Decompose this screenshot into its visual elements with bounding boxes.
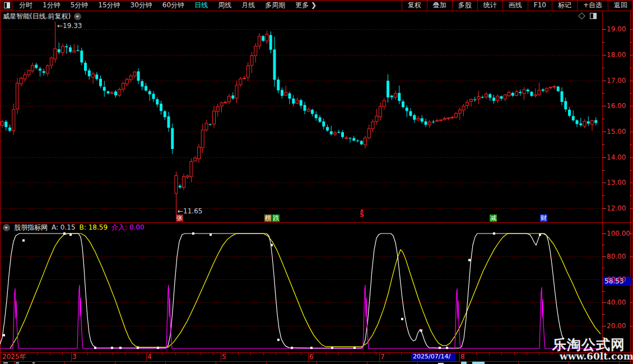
indicator-plot <box>0 232 602 349</box>
crosshair-date-badge: 2025/07/14/— <box>411 353 455 361</box>
toolbar-period-10[interactable]: 多周期 <box>260 0 290 11</box>
toolbar-period-4[interactable]: 15分钟 <box>93 0 125 11</box>
candlestick-plot <box>1 22 598 218</box>
indicator-axis-label: 100.00 <box>607 230 631 238</box>
toolbar-action-1[interactable]: 复权 <box>402 1 427 10</box>
split-layout-icon <box>4 2 10 8</box>
time-axis-label: 5 <box>222 353 226 361</box>
toolbar-period-group: 分时1分钟5分钟15分钟30分钟60分钟日线周线月线多周期更多 ❯ <box>0 0 322 11</box>
price-axis-label: 12.00 <box>607 204 631 213</box>
price-axis-label: 13.00 <box>607 179 631 187</box>
toolbar-period-3[interactable]: 5分钟 <box>66 0 94 11</box>
price-axis-label: 16.00 <box>607 102 631 110</box>
watermark-url: www.60lt.com <box>560 351 633 362</box>
toolbar-period-2[interactable]: 1分钟 <box>38 0 66 11</box>
toolbar-action-8[interactable]: +自选 <box>577 1 608 10</box>
indicator-axis-label: 20.00 <box>607 322 631 330</box>
chevron-down-icon[interactable] <box>3 224 10 231</box>
toolbar-action-3[interactable]: 多股 <box>452 1 477 10</box>
layout-toggle-button[interactable] <box>2 1 12 10</box>
toolbar-action-5[interactable]: 画线 <box>502 1 528 10</box>
indicator-axis-label: 40.00 <box>607 298 631 307</box>
chevron-down-icon[interactable] <box>74 13 81 20</box>
toolbar-period-1[interactable]: 分时 <box>14 0 38 11</box>
price-axis-label: 18.00 <box>607 51 631 59</box>
signal-tag: 榜 <box>264 214 272 222</box>
time-axis-label: 7 <box>380 353 385 361</box>
indicator-header: 股朋指标网 A: 0.15 B: 18.59 介入: 0.00 <box>0 223 145 232</box>
signal-tag: 跌 <box>272 214 280 222</box>
indicator-axis-label: 60.00 <box>607 276 631 284</box>
toolbar-action-2[interactable]: 叠加 <box>427 1 452 10</box>
price-axis-label: 19.00 <box>607 25 631 34</box>
indicator-value-entry: 介入: 0.00 <box>111 223 145 232</box>
toolbar: 分时1分钟5分钟15分钟30分钟60分钟日线周线月线多周期更多 ❯ 复权叠加多股… <box>0 0 633 11</box>
titlebar-icons <box>579 13 597 19</box>
high-annotation: ←19.33 <box>57 22 82 30</box>
toolbar-period-6[interactable]: 60分钟 <box>157 0 189 11</box>
toolbar-period-9[interactable]: 月线 <box>236 0 260 11</box>
indicator-axis-label: 80.00 <box>607 253 631 261</box>
toolbar-period-7[interactable]: 日线 <box>189 0 213 11</box>
app-window: 分时1分钟5分钟15分钟30分钟60分钟日线周线月线多周期更多 ❯ 复权叠加多股… <box>0 0 633 364</box>
time-axis-label: 2025年 <box>2 353 26 361</box>
toolbar-action-4[interactable]: 统计 <box>477 1 502 10</box>
panel-icon[interactable] <box>590 13 597 19</box>
time-axis-label: 3 <box>72 353 77 361</box>
indicator-value-a: A: 0.15 <box>52 223 76 232</box>
toolbar-action-9[interactable]: 返回 <box>608 1 633 10</box>
toolbar-action-7[interactable]: 标记 <box>552 1 577 10</box>
toolbar-action-6[interactable]: F10 <box>528 1 552 10</box>
signal-tag: 财 <box>540 214 547 222</box>
price-axis-label: 17.00 <box>607 77 631 85</box>
signal-tag: 张 <box>176 214 183 222</box>
sell-signal-marker: S <box>358 209 366 218</box>
toolbar-period-8[interactable]: 周线 <box>213 0 236 11</box>
time-axis-label: 6 <box>309 353 314 361</box>
toolbar-period-11[interactable]: 更多 ❯ <box>290 0 322 11</box>
price-axis-label: 14.00 <box>607 153 631 162</box>
indicator-name: 股朋指标网 <box>14 223 48 232</box>
chart-titlebar: 威星智能(日线.前复权) <box>0 12 602 21</box>
signal-tag: 减 <box>490 214 497 222</box>
low-annotation: ←11.65 <box>178 207 202 215</box>
chart-surface[interactable] <box>0 0 633 364</box>
diamond-icon[interactable] <box>578 12 585 20</box>
price-axis-label: 15.00 <box>607 128 631 136</box>
toolbar-action-group: 复权叠加多股统计画线F10标记+自选返回 <box>402 0 633 11</box>
indicator-value-b: B: 18.59 <box>80 223 108 232</box>
chart-title: 威星智能(日线.前复权) <box>3 12 71 21</box>
time-axis-label: 8 <box>460 353 465 361</box>
toolbar-period-5[interactable]: 30分钟 <box>125 0 157 11</box>
time-axis-label: 4 <box>147 353 152 361</box>
